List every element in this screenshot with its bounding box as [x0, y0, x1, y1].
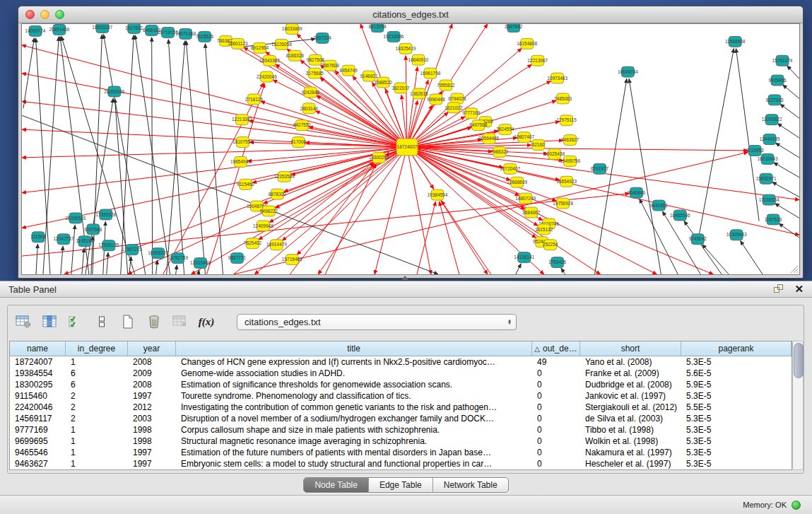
import-table-disabled-icon[interactable] — [172, 313, 189, 330]
table-cell[interactable]: Genome-wide association studies in ADHD. — [176, 368, 532, 379]
table-cell[interactable]: Stergiakouli et al. (2012) — [580, 402, 681, 413]
tab-edge-table[interactable]: Edge Table — [368, 478, 433, 492]
table-cell[interactable]: 2012 — [128, 402, 176, 413]
table-cell[interactable]: 1 — [66, 424, 128, 436]
table-row[interactable]: 946554611997Estimation of the future num… — [10, 447, 792, 458]
table-cell[interactable]: 0 — [532, 368, 580, 379]
table-cell[interactable]: Estimation of the future numbers of pati… — [176, 447, 532, 458]
table-cell[interactable]: 2 — [66, 390, 128, 402]
select-visible-columns-icon[interactable] — [67, 313, 84, 330]
table-cell[interactable]: Investigating the contribution of common… — [176, 402, 532, 413]
table-cell[interactable]: 0 — [532, 413, 580, 424]
table-scrollbar[interactable] — [792, 341, 804, 470]
table-cell[interactable]: Changes of HCN gene expression and I(f) … — [176, 356, 532, 368]
table-cell[interactable]: 9463627 — [10, 458, 66, 469]
table-row[interactable]: 969969511998Structural magnetic resonanc… — [10, 436, 792, 447]
table-cell[interactable]: Tibbo et al. (1998) — [580, 424, 681, 436]
table-cell[interactable]: 9115460 — [10, 390, 66, 402]
table-cell[interactable]: Disruption of a novel member of a sodium… — [176, 413, 532, 424]
table-cell[interactable]: 2 — [66, 413, 128, 424]
table-row[interactable]: 977716911998Corpus callosum shape and si… — [10, 424, 792, 436]
table-cell[interactable]: 0 — [532, 436, 580, 447]
table-cell[interactable]: 5.3E-5 — [681, 413, 792, 424]
scrollbar-thumb[interactable] — [794, 343, 804, 378]
table-cell[interactable]: 6 — [66, 379, 128, 390]
table-row[interactable]: 1872400712008Changes of HCN gene express… — [10, 356, 792, 368]
table-cell[interactable]: 5.3E-5 — [681, 390, 792, 402]
row-height-icon[interactable] — [93, 313, 110, 330]
table-cell[interactable]: Jankovic et al. (1997) — [580, 390, 681, 402]
table-cell[interactable]: 9699695 — [10, 436, 66, 447]
column-header-title[interactable]: title — [176, 341, 532, 356]
table-cell[interactable]: Corpus callosum shape and size in male p… — [176, 424, 532, 436]
column-header-pagerank[interactable]: pagerank — [681, 341, 792, 356]
table-cell[interactable]: 2008 — [128, 379, 176, 390]
table-cell[interactable]: 0 — [532, 390, 580, 402]
table-cell[interactable]: 1997 — [128, 390, 176, 402]
column-header-name[interactable]: name — [10, 341, 66, 356]
table-cell[interactable]: 19384554 — [10, 368, 66, 379]
table-row[interactable]: 1456911722003Disruption of a novel membe… — [10, 413, 792, 424]
table-cell[interactable]: Estimation of significance thresholds fo… — [176, 379, 532, 390]
table-cell[interactable]: 0 — [532, 458, 580, 469]
table-cell[interactable]: Tourette syndrome. Phenomenology and cla… — [176, 390, 532, 402]
show-columns-icon[interactable] — [41, 313, 58, 330]
table-cell[interactable]: 1 — [66, 447, 128, 458]
table-cell[interactable]: 1997 — [128, 447, 176, 458]
table-cell[interactable]: 18724007 — [10, 356, 66, 368]
table-cell[interactable]: 9777169 — [10, 424, 66, 436]
table-row[interactable]: 911546021997Tourette syndrome. Phenomeno… — [10, 390, 792, 402]
table-cell[interactable]: Wolkin et al. (1998) — [580, 436, 681, 447]
column-header-out_de[interactable]: △out_de… — [532, 341, 580, 356]
zoom-window-icon[interactable] — [55, 10, 64, 19]
delete-table-icon[interactable] — [146, 313, 163, 330]
panel-resize-handle-icon[interactable] — [401, 276, 408, 280]
network-graph[interactable]: 1405572420891406106532871527602646616310… — [22, 24, 799, 274]
table-cell[interactable]: Structural magnetic resonance image aver… — [176, 436, 532, 447]
table-cell[interactable]: 5.3E-5 — [681, 458, 792, 469]
table-cell[interactable]: 49 — [532, 356, 580, 368]
table-cell[interactable]: 5.3E-5 — [681, 424, 792, 436]
table-cell[interactable]: 1998 — [128, 424, 176, 436]
table-cell[interactable]: Dudbridge et al. (2008) — [580, 379, 681, 390]
table-cell[interactable]: de Silva et al. (2003) — [580, 413, 681, 424]
table-cell[interactable]: 1 — [66, 436, 128, 447]
column-header-short[interactable]: short — [580, 341, 681, 356]
new-table-icon[interactable] — [119, 313, 136, 330]
table-cell[interactable]: Hescheler et al. (1997) — [580, 458, 681, 469]
table-row[interactable]: 946362711997Embryonic stem cells: a mode… — [10, 458, 792, 469]
table-row[interactable]: 1830029562008Estimation of significance … — [10, 379, 792, 390]
tab-node-table[interactable]: Node Table — [304, 478, 368, 492]
table-cell[interactable]: 5.3E-5 — [681, 356, 792, 368]
table-cell[interactable]: 0 — [532, 447, 580, 458]
table-selector-dropdown[interactable]: citations_edges.txt ▲▼ — [237, 314, 517, 330]
table-cell[interactable]: 0 — [532, 424, 580, 436]
table-cell[interactable]: 2 — [66, 402, 128, 413]
column-header-in_degree[interactable]: in_degree — [66, 341, 128, 356]
close-window-icon[interactable] — [25, 10, 35, 19]
table-cell[interactable]: 2008 — [128, 356, 176, 368]
table-cell[interactable]: Embryonic stem cells: a model to study s… — [176, 458, 532, 469]
network-canvas[interactable]: 1405572420891406106532871527602646616310… — [21, 23, 800, 275]
window-resize-grip[interactable] — [789, 264, 799, 274]
table-cell[interactable]: 0 — [532, 379, 580, 390]
table-cell[interactable]: 0 — [532, 402, 580, 413]
minimize-window-icon[interactable] — [40, 10, 49, 19]
table-cell[interactable]: Franke et al. (2009) — [580, 368, 681, 379]
table-cell[interactable]: 5.5E-5 — [681, 402, 792, 413]
table-row[interactable]: 2242004622012Investigating the contribut… — [10, 402, 792, 413]
table-cell[interactable]: 5.9E-5 — [681, 379, 792, 390]
close-panel-icon[interactable]: ✕ — [794, 284, 804, 294]
table-cell[interactable]: Yano et al. (2008) — [580, 356, 681, 368]
table-cell[interactable]: 5.3E-5 — [681, 447, 792, 458]
table-cell[interactable]: 1997 — [128, 458, 176, 469]
table-cell[interactable]: 9465546 — [10, 447, 66, 458]
table-cell[interactable]: 1998 — [128, 436, 176, 447]
window-titlebar[interactable]: citations_edges.txt — [18, 6, 803, 23]
table-cell[interactable]: 5.3E-5 — [681, 436, 792, 447]
table-cell[interactable]: 6 — [66, 368, 128, 379]
table-cell[interactable]: Nakamura et al. (1997) — [580, 447, 681, 458]
table-cell[interactable]: 22420046 — [10, 402, 66, 413]
table-cell[interactable]: 18300295 — [10, 379, 66, 390]
function-builder-icon[interactable]: f(x) — [198, 313, 215, 330]
